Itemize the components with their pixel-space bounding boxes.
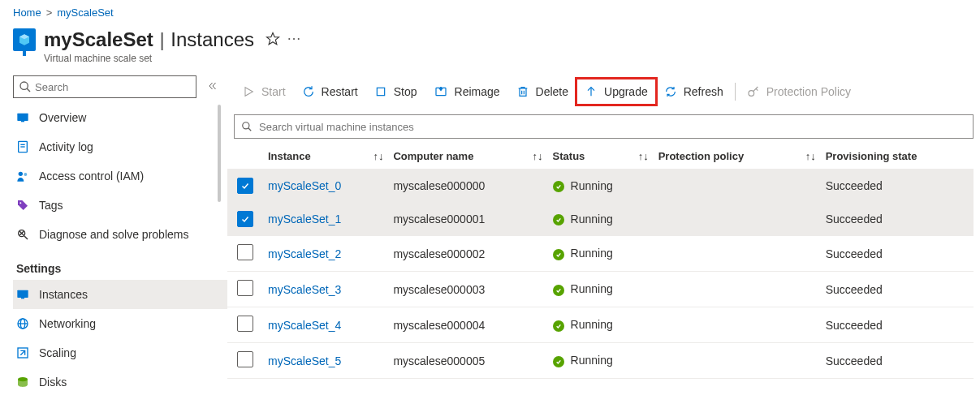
running-status-icon	[553, 320, 564, 332]
instance-link[interactable]: myScaleSet_3	[268, 283, 341, 296]
select-all-header[interactable]	[227, 144, 263, 170]
svg-marker-23	[245, 88, 253, 97]
favorite-star-icon[interactable]	[266, 32, 280, 49]
sidebar-item-activity-log[interactable]: Activity log	[13, 132, 227, 161]
instance-link[interactable]: myScaleSet_4	[268, 319, 341, 332]
instance-link[interactable]: myScaleSet_0	[268, 179, 341, 192]
row-checkbox[interactable]	[237, 316, 253, 332]
resource-type-label: Virtual machine scale set	[0, 53, 980, 75]
row-checkbox[interactable]	[237, 178, 253, 194]
row-checkbox[interactable]	[237, 211, 253, 227]
cell-computer-name: myscalese000001	[388, 203, 547, 236]
running-status-icon	[553, 285, 564, 296]
refresh-icon	[664, 85, 677, 98]
row-checkbox[interactable]	[237, 280, 253, 296]
cell-instance: myScaleSet_4	[263, 307, 388, 343]
cell-provisioning-state: Succeeded	[821, 343, 974, 379]
svg-point-30	[243, 122, 249, 129]
sidebar-item-scaling[interactable]: Scaling	[13, 338, 227, 367]
table-row[interactable]: myScaleSet_0 myscalese000000 Running Suc…	[227, 170, 974, 203]
cell-status: Running	[548, 272, 654, 307]
sidebar-item-tags[interactable]: Tags	[13, 191, 227, 220]
breadcrumb-resource[interactable]: myScaleSet	[57, 6, 113, 19]
scrollbar-hint	[218, 105, 221, 202]
row-checkbox-cell[interactable]	[227, 236, 263, 272]
svg-marker-2	[266, 32, 278, 44]
restart-icon	[302, 85, 315, 98]
upgrade-button[interactable]: Upgrade	[576, 79, 656, 105]
sidebar-section-settings: Settings	[13, 249, 227, 280]
col-status[interactable]: Status↑↓	[548, 144, 654, 170]
more-actions-icon[interactable]: …	[287, 27, 303, 44]
sidebar-search[interactable]	[13, 75, 196, 98]
activity-log-icon	[16, 140, 29, 153]
sidebar-item-overview[interactable]: Overview	[13, 103, 227, 132]
breadcrumb-home[interactable]: Home	[13, 6, 41, 19]
sidebar-item-disks[interactable]: Disks	[13, 367, 227, 397]
cell-provisioning-state: Succeeded	[821, 236, 974, 272]
running-status-icon	[553, 181, 564, 192]
cell-computer-name: myscalese000004	[388, 307, 547, 343]
disks-icon	[16, 376, 29, 389]
table-row[interactable]: myScaleSet_4 myscalese000004 Running Suc…	[227, 307, 974, 343]
cell-instance: myScaleSet_2	[263, 236, 388, 272]
row-checkbox-cell[interactable]	[227, 272, 263, 307]
sidebar-item-instances[interactable]: Instances	[13, 280, 227, 309]
col-instance[interactable]: Instance↑↓	[263, 144, 388, 170]
row-checkbox[interactable]	[237, 244, 253, 260]
delete-button[interactable]: Delete	[508, 79, 576, 105]
col-protection-policy[interactable]: Protection policy↑↓	[654, 144, 821, 170]
sort-icon: ↑↓	[533, 150, 543, 162]
instance-link[interactable]: myScaleSet_5	[268, 354, 341, 367]
col-provisioning-state[interactable]: Provisioning state	[821, 144, 974, 170]
cell-instance: myScaleSet_5	[263, 343, 388, 379]
svg-point-12	[19, 202, 21, 204]
search-icon	[19, 80, 32, 93]
sidebar-item-diagnose[interactable]: Diagnose and solve problems	[13, 220, 227, 249]
table-row[interactable]: myScaleSet_2 myscalese000002 Running Suc…	[227, 236, 974, 272]
cell-protection-policy	[654, 343, 821, 379]
row-checkbox-cell[interactable]	[227, 307, 263, 343]
instance-link[interactable]: myScaleSet_2	[268, 247, 341, 260]
sort-icon: ↑↓	[638, 150, 649, 162]
refresh-button[interactable]: Refresh	[656, 79, 732, 105]
instances-icon	[16, 288, 29, 301]
delete-icon	[516, 85, 529, 98]
col-computer-name[interactable]: Computer name↑↓	[388, 144, 547, 170]
breadcrumb: Home > myScaleSet	[0, 0, 980, 25]
sidebar-item-networking[interactable]: Networking	[13, 309, 227, 338]
access-control-icon	[16, 170, 29, 183]
sidebar-item-label: Access control (IAM)	[39, 170, 144, 183]
stop-button[interactable]: Stop	[366, 79, 425, 105]
upgrade-icon	[585, 85, 598, 98]
cell-status: Running	[548, 170, 654, 203]
start-button[interactable]: Start	[234, 79, 294, 105]
table-row[interactable]: myScaleSet_5 myscalese000005 Running Suc…	[227, 343, 974, 379]
sidebar-item-label: Activity log	[39, 140, 93, 153]
svg-line-4	[27, 88, 30, 92]
table-row[interactable]: myScaleSet_1 myscalese000001 Running Suc…	[227, 203, 974, 236]
cell-provisioning-state: Succeeded	[821, 170, 974, 203]
instance-filter-input[interactable]	[259, 121, 966, 133]
sidebar-search-input[interactable]	[35, 81, 191, 93]
row-checkbox-cell[interactable]	[227, 170, 263, 203]
sidebar-item-label: Disks	[39, 376, 67, 389]
table-row[interactable]: myScaleSet_3 myscalese000003 Running Suc…	[227, 272, 974, 307]
row-checkbox-cell[interactable]	[227, 203, 263, 236]
cell-instance: myScaleSet_1	[263, 203, 388, 236]
sidebar-item-access-control[interactable]: Access control (IAM)	[13, 161, 227, 191]
running-status-icon	[553, 356, 564, 367]
cell-protection-policy	[654, 307, 821, 343]
reimage-button[interactable]: Reimage	[425, 79, 508, 105]
collapse-sidebar-icon[interactable]	[208, 81, 218, 93]
instance-link[interactable]: myScaleSet_1	[268, 213, 341, 225]
restart-button[interactable]: Restart	[294, 79, 366, 105]
svg-rect-5	[17, 114, 28, 121]
row-checkbox[interactable]	[237, 351, 253, 367]
row-checkbox-cell[interactable]	[227, 343, 263, 379]
instance-filter[interactable]	[234, 114, 974, 139]
blade-title: Instances	[171, 28, 254, 50]
svg-point-11	[24, 173, 27, 176]
svg-rect-15	[17, 290, 28, 298]
protection-policy-button[interactable]: Protection Policy	[739, 79, 859, 105]
